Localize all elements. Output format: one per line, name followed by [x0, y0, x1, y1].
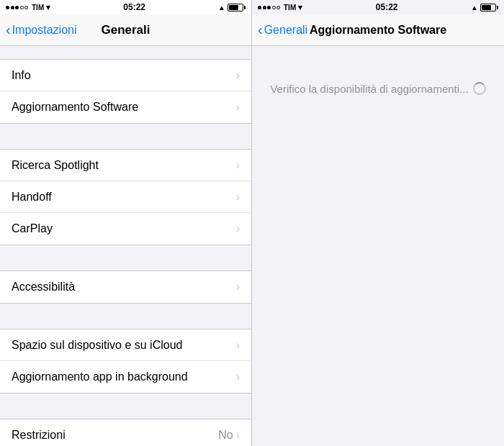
chevron-icon: › — [236, 281, 240, 293]
battery-icon — [228, 4, 246, 12]
gap-1 — [0, 124, 251, 149]
signal-right-right-icon: ▲ — [471, 4, 478, 12]
carrier-right: TIM — [284, 4, 296, 12]
chevron-icon: › — [236, 339, 240, 352]
left-status-right: ▲ — [218, 4, 246, 12]
time-left: 05:22 — [123, 2, 145, 12]
time-right: 05:22 — [376, 2, 398, 12]
item-carplay[interactable]: CarPlay › — [0, 213, 251, 245]
section-3: Accessibilità › — [0, 270, 251, 304]
section-4: Spazio sul dispositivo e su iCloud › Agg… — [0, 329, 251, 393]
left-status-bar: TIM ▾ 05:22 ▲ — [0, 0, 251, 14]
item-handoff[interactable]: Handoff › — [0, 181, 251, 213]
left-nav-title: Generali — [101, 23, 150, 37]
right-status-bar: TIM ▾ 05:22 ▲ — [252, 0, 504, 14]
gap-top — [0, 46, 251, 59]
chevron-icon: › — [236, 101, 240, 114]
chevron-icon: › — [236, 222, 240, 235]
signal-icon-right — [258, 6, 280, 9]
section-2: Ricerca Spotlight › Handoff › CarPlay › — [0, 149, 251, 245]
section-5: Restrizioni No › — [0, 419, 251, 446]
right-status-right: ▲ — [471, 4, 498, 12]
back-chevron-icon-right: ‹ — [258, 22, 263, 37]
item-info[interactable]: Info › — [0, 60, 251, 91]
right-nav-title: Aggiornamento Software — [310, 24, 446, 37]
section-1: Info › Aggiornamento Software › — [0, 59, 251, 124]
item-spazio[interactable]: Spazio sul dispositivo e su iCloud › — [0, 329, 251, 361]
wifi-icon: ▾ — [46, 3, 50, 12]
chevron-icon: › — [236, 191, 240, 204]
left-back-label: Impostazioni — [12, 24, 77, 37]
back-chevron-icon: ‹ — [6, 22, 11, 37]
right-panel: TIM ▾ 05:22 ▲ ‹ Generali Aggiornamento S… — [252, 0, 504, 446]
left-nav-bar: ‹ Impostazioni Generali — [0, 14, 251, 46]
loading-container: Verifico la disponibilità di aggiornamen… — [270, 82, 485, 95]
right-content: Verifico la disponibilità di aggiornamen… — [252, 46, 504, 446]
chevron-icon: › — [236, 69, 240, 82]
item-aggiornamento-app[interactable]: Aggiornamento app in background › — [0, 361, 251, 393]
left-back-button[interactable]: ‹ Impostazioni — [6, 23, 77, 37]
wifi-icon-right: ▾ — [298, 3, 302, 12]
right-back-label: Generali — [264, 24, 307, 37]
right-back-button[interactable]: ‹ Generali — [258, 23, 307, 37]
gap-2 — [0, 245, 251, 270]
signal-right-icon: ▲ — [218, 4, 225, 12]
carrier-left: TIM — [32, 4, 44, 12]
left-panel: TIM ▾ 05:22 ▲ ‹ Impostazioni Generali I — [0, 0, 252, 446]
chevron-icon: › — [236, 159, 240, 172]
item-restrizioni[interactable]: Restrizioni No › — [0, 419, 251, 446]
left-status-left: TIM ▾ — [6, 3, 50, 12]
right-nav-bar: ‹ Generali Aggiornamento Software — [252, 14, 504, 46]
item-accessibilita[interactable]: Accessibilità › — [0, 271, 251, 303]
settings-list: Info › Aggiornamento Software › Ricerca … — [0, 46, 251, 446]
chevron-icon: › — [236, 429, 240, 442]
chevron-icon: › — [236, 370, 240, 383]
loading-label: Verifico la disponibilità di aggiornamen… — [270, 83, 468, 95]
battery-icon-right — [480, 4, 498, 12]
gap-3 — [0, 304, 251, 329]
item-aggiornamento-software[interactable]: Aggiornamento Software › — [0, 91, 251, 123]
right-status-left: TIM ▾ — [258, 3, 302, 12]
gap-4 — [0, 393, 251, 419]
item-ricerca-spotlight[interactable]: Ricerca Spotlight › — [0, 150, 251, 181]
signal-icon — [6, 6, 28, 9]
spinner-icon — [473, 82, 486, 95]
